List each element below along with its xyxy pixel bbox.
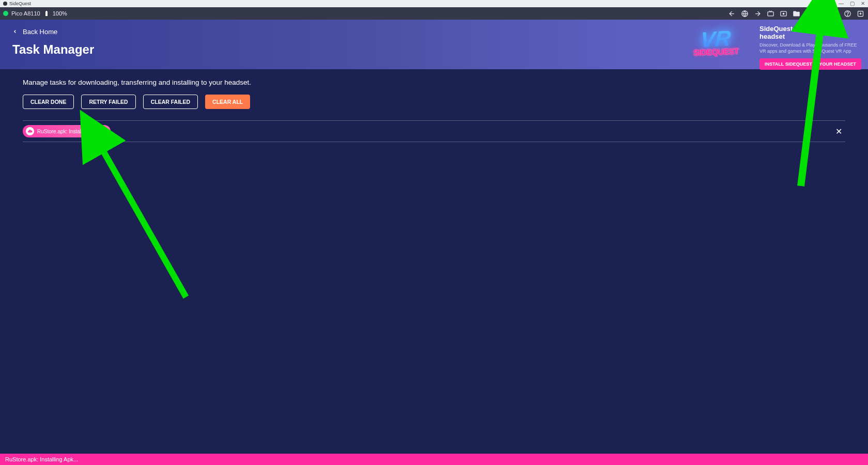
battery-icon [43,10,50,17]
install-sidequest-button[interactable]: INSTALL SIDEQUEST IN YOUR HEADSET [760,58,861,70]
svg-line-17 [98,142,186,297]
svg-rect-10 [807,15,808,17]
minimize-button[interactable]: — [839,1,844,6]
status-text: RuStore.apk: Installing Apk... [5,456,78,462]
task-actions-row: CLEAR DONE RETRY FAILED CLEAR FAILED CLE… [23,95,845,109]
promo-headline: SideQuest inside your VR headset [760,25,863,40]
svg-point-14 [847,15,848,16]
nav-back-icon[interactable] [727,9,736,18]
task-dismiss-button[interactable]: ✕ [832,127,845,136]
promo-subtext: Discover, Download & Play thousands of F… [760,42,863,54]
clear-done-button[interactable]: CLEAR DONE [23,95,74,109]
status-bar: RuStore.apk: Installing Apk... [0,454,868,465]
install-apk-icon[interactable] [856,9,865,18]
svg-rect-11 [809,15,811,17]
svg-rect-1 [768,11,773,16]
wifi-icon[interactable] [779,9,788,18]
stream-icon[interactable] [766,9,775,18]
app-toolbar: Pico A8110 100% 1 [0,7,868,20]
clear-failed-button[interactable]: CLEAR FAILED [143,95,198,109]
promo-banner: VR SIDEQUEST SideQuest inside your VR he… [696,25,863,70]
logo-sidequest-text: SIDEQUEST [693,47,739,57]
tasks-count-badge[interactable]: 1 [818,10,826,17]
page-header: Back Home Task Manager VR SIDEQUEST Side… [0,20,868,69]
back-home-label: Back Home [23,28,57,36]
folder-icon[interactable] [792,9,801,18]
retry-failed-button[interactable]: RETRY FAILED [81,95,135,109]
browser-icon[interactable] [740,9,749,18]
task-list: RuStore.apk: Installing Apk... ✕ [23,120,845,142]
page-title: Task Manager [12,42,94,57]
svg-rect-12 [811,15,813,17]
wrench-icon[interactable] [830,9,839,18]
task-status-chip[interactable]: RuStore.apk: Installing Apk... [23,125,111,137]
svg-rect-7 [807,13,808,14]
back-home-link[interactable]: Back Home [12,26,94,37]
task-row: RuStore.apk: Installing Apk... ✕ [23,121,845,142]
chevron-left-icon [12,28,18,35]
svg-rect-8 [809,13,811,14]
window-controls: — ▢ ✕ [839,1,865,6]
svg-rect-4 [807,10,808,12]
apps-grid-icon[interactable] [805,9,814,18]
page-description: Manage tasks for downloading, transferri… [23,79,845,86]
nav-forward-icon[interactable] [753,9,762,18]
svg-rect-6 [811,10,813,12]
window-title: SideQuest [9,1,31,6]
task-label: RuStore.apk: Installing Apk... [37,129,103,134]
battery-percent: 100% [53,10,67,17]
close-button[interactable]: ✕ [861,1,865,6]
device-name: Pico A8110 [11,10,40,17]
connection-status-icon [3,11,8,16]
sidequest-vr-logo: VR SIDEQUEST [696,27,753,68]
annotation-arrow-left [88,132,202,309]
cloud-download-icon [26,127,34,135]
main-content: Manage tasks for downloading, transferri… [0,69,868,151]
help-icon[interactable] [843,9,852,18]
maximize-button[interactable]: ▢ [850,1,855,6]
svg-rect-5 [809,10,811,12]
clear-all-button[interactable]: CLEAR ALL [205,95,250,109]
svg-point-3 [783,13,785,14]
app-icon [3,2,7,6]
window-titlebar: SideQuest — ▢ ✕ [0,0,868,7]
svg-rect-9 [811,13,813,14]
